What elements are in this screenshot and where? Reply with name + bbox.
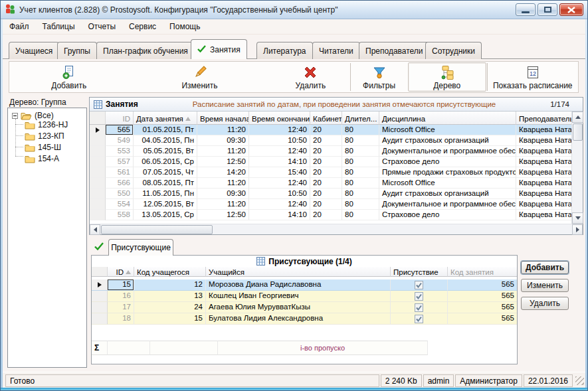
column-header-duration[interactable]: Длител... xyxy=(342,112,379,125)
show-schedule-button[interactable]: 12 Показать расписание xyxy=(488,62,579,92)
column-header-student[interactable]: Учащийся xyxy=(206,267,391,277)
cell-duration: 80 xyxy=(342,178,379,189)
close-button[interactable] xyxy=(559,3,583,16)
column-header-present[interactable]: Присутствие xyxy=(391,267,448,277)
maximize-button[interactable] xyxy=(538,3,557,16)
title-bar[interactable]: Учет клиентов (2.828) © Prostoysoft. Кон… xyxy=(1,1,588,19)
attendee-row[interactable]: 18 15 Булатова Лидия Александровна 565 xyxy=(92,313,517,325)
status-date: 22.01.2016 xyxy=(524,374,573,387)
tree-item-group[interactable]: 145-Ш xyxy=(25,142,61,153)
delete-button[interactable]: Удалить xyxy=(271,62,351,92)
tree-item-group[interactable]: 154-А xyxy=(25,153,59,164)
lesson-row[interactable]: 557 06.05.2015, Ср 12:50 14:10 20 80 Стр… xyxy=(90,157,571,167)
scroll-down-button[interactable] xyxy=(572,212,583,224)
lesson-row[interactable]: 561 07.05.2015, Чт 14:20 15:40 20 80 Пря… xyxy=(90,167,571,178)
checkbox-checked[interactable] xyxy=(415,292,423,301)
row-selector[interactable] xyxy=(90,167,106,178)
menu-tables[interactable]: Таблицы xyxy=(36,20,82,33)
row-selector[interactable] xyxy=(90,146,106,157)
tab-literature[interactable]: Литература xyxy=(256,42,313,59)
tab-plan[interactable]: План-график обучения xyxy=(96,42,195,59)
row-selector[interactable] xyxy=(90,210,106,220)
menu-reports[interactable]: Отчеты xyxy=(82,20,122,33)
tab-teachers[interactable]: Преподаватели xyxy=(359,42,430,59)
status-bar: Готово 2 240 Kb admin Администратор 22.0… xyxy=(3,372,587,389)
cell-subject: Microsoft Office xyxy=(379,178,516,189)
resize-grip[interactable] xyxy=(575,376,584,385)
column-header-lesson-code[interactable]: Код занятия xyxy=(448,267,517,277)
column-header-student-code[interactable]: Код учащегося xyxy=(134,267,206,277)
scroll-up-button[interactable] xyxy=(572,112,583,123)
arrow-down-icon xyxy=(575,216,581,220)
cell-room: 20 xyxy=(310,178,342,189)
column-header-date[interactable]: Дата занятия xyxy=(134,112,197,125)
tab-readers[interactable]: Читатели xyxy=(312,42,360,59)
menu-help[interactable]: Помощь xyxy=(163,20,207,33)
column-header-end[interactable]: Время окончания xyxy=(249,112,310,125)
lesson-row[interactable]: 554 12.05.2015, Вт 11:20 12:40 20 80 Док… xyxy=(90,199,571,210)
edit-button[interactable]: Изменить xyxy=(128,62,270,92)
attendee-row[interactable]: 16 13 Кошлец Иван Георгиевич 565 xyxy=(92,291,517,302)
column-header-subject[interactable]: Дисциплина xyxy=(379,112,516,125)
tab-groups[interactable]: Группы xyxy=(57,42,97,59)
scrollbar-thumb[interactable] xyxy=(573,123,583,141)
add-button[interactable]: Добавить xyxy=(9,62,128,92)
horizontal-scrollbar[interactable] xyxy=(90,224,583,234)
attendee-add-button[interactable]: Добавить xyxy=(521,261,569,274)
minimize-button[interactable] xyxy=(516,3,536,16)
funnel-icon xyxy=(372,64,387,80)
main-tab-strip: Учащиеся Группы План-график обучения Зан… xyxy=(3,38,587,59)
cell-start: 11:20 xyxy=(197,199,249,210)
tab-students[interactable]: Учащиеся xyxy=(9,42,59,59)
column-header-id[interactable]: ID xyxy=(106,112,134,125)
column-header-start[interactable]: Время начала xyxy=(197,112,249,125)
cell-teacher: Кварцева Наталья xyxy=(516,125,571,135)
scrollbar-thumb[interactable] xyxy=(101,225,213,234)
cell-date: 08.05.2015, Пт xyxy=(134,178,197,189)
lesson-row[interactable]: 553 05.05.2015, Вт 11:20 12:40 20 80 Док… xyxy=(90,146,571,157)
scroll-right-button[interactable] xyxy=(572,224,583,235)
tab-staff[interactable]: Сотрудники xyxy=(425,42,482,59)
lesson-row[interactable]: 558 13.05.2015, Ср 12:50 14:10 20 80 Стр… xyxy=(90,210,571,220)
tree-item-group[interactable]: 123-КП xyxy=(25,131,64,141)
vertical-scrollbar[interactable] xyxy=(571,112,583,224)
lesson-row[interactable]: 549 04.05.2015, Пн 09:30 10:50 20 80 Ауд… xyxy=(90,135,571,146)
row-selector[interactable] xyxy=(90,135,106,146)
lesson-row[interactable]: 550 11.05.2015, Пн 09:30 10:50 20 80 Ауд… xyxy=(90,189,571,199)
menu-service[interactable]: Сервис xyxy=(122,20,163,33)
row-selector[interactable] xyxy=(92,279,108,291)
red-x-icon xyxy=(303,64,318,80)
attendee-row[interactable]: 17 24 Агаева Юлия МурувватКызы 565 xyxy=(92,302,517,313)
menu-file[interactable]: Файл xyxy=(3,20,36,33)
collapse-icon[interactable] xyxy=(12,113,18,119)
row-selector[interactable] xyxy=(90,199,106,210)
row-selector[interactable] xyxy=(90,178,106,189)
row-selector[interactable] xyxy=(92,313,108,325)
attendee-row[interactable]: 15 12 Морозова Диана Радиславовна 565 xyxy=(92,279,517,291)
cell-room: 20 xyxy=(310,157,342,167)
row-selector[interactable] xyxy=(92,302,108,313)
checkbox-checked[interactable] xyxy=(415,303,423,312)
tab-lessons[interactable]: Занятия xyxy=(191,39,247,59)
column-header-id[interactable]: ID xyxy=(108,267,134,277)
tree-item-group[interactable]: 1236-HJ xyxy=(25,119,68,130)
column-header-room[interactable]: Кабинет xyxy=(310,112,342,125)
checkbox-checked[interactable] xyxy=(415,281,423,289)
tab-attendees[interactable]: Присутсвующие xyxy=(108,239,173,256)
row-selector[interactable] xyxy=(90,125,106,135)
column-header-teacher[interactable]: Преподаватель xyxy=(516,112,571,125)
lesson-row[interactable]: 566 08.05.2015, Пт 11:20 12:40 20 80 Mic… xyxy=(90,178,571,189)
checkbox-checked[interactable] xyxy=(415,315,423,323)
row-selector[interactable] xyxy=(90,189,106,199)
cell-id: 558 xyxy=(106,210,134,220)
lesson-row[interactable]: 565 01.05.2015, Пт 11:20 12:40 20 80 Mic… xyxy=(90,125,571,135)
row-selector[interactable] xyxy=(92,291,108,302)
scroll-left-button[interactable] xyxy=(90,224,100,235)
attendee-edit-button[interactable]: Изменить xyxy=(521,279,569,292)
filters-button[interactable]: Фильтры xyxy=(351,62,407,92)
tree-connector xyxy=(15,147,23,147)
row-selector[interactable] xyxy=(90,157,106,167)
attendee-delete-button[interactable]: Удалить xyxy=(521,297,569,310)
tree-button[interactable]: Дерево xyxy=(408,62,486,92)
window-title: Учет клиентов (2.828) © Prostoysoft. Кон… xyxy=(19,5,516,15)
